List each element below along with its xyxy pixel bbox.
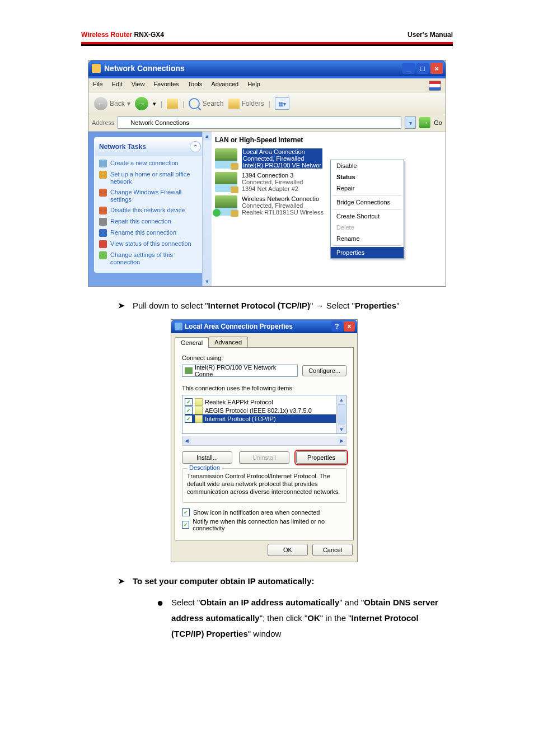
ctx-rename[interactable]: Rename bbox=[331, 233, 404, 244]
task-rename[interactable]: Rename this connection bbox=[99, 227, 201, 239]
items-label: This connection uses the following items… bbox=[182, 385, 346, 391]
ok-button[interactable]: OK bbox=[268, 544, 308, 556]
nic-icon bbox=[175, 323, 182, 330]
menu-favorites[interactable]: Favorites bbox=[153, 81, 179, 91]
install-button[interactable]: Install... bbox=[182, 451, 232, 464]
description-group: Description Transmission Control Protoco… bbox=[182, 468, 346, 503]
ctx-bridge[interactable]: Bridge Connections bbox=[331, 197, 404, 208]
ctx-properties[interactable]: Properties bbox=[331, 247, 404, 258]
ctx-repair[interactable]: Repair bbox=[331, 183, 404, 194]
header-left: Wireless Router RNX-GX4 bbox=[81, 31, 164, 39]
address-bar: Address Network Connections ▾ →Go bbox=[88, 114, 446, 132]
conn-local-area[interactable]: Local Area ConnectionConnected, Firewall… bbox=[215, 148, 442, 169]
scrollbar-v[interactable]: ▲▼ bbox=[202, 132, 212, 286]
checkbox-icon[interactable]: ✓ bbox=[185, 415, 193, 423]
settings-icon bbox=[99, 251, 107, 259]
protocol-icon bbox=[195, 407, 203, 414]
network-icon bbox=[99, 171, 107, 179]
task-firewall[interactable]: Change Windows Firewall settings bbox=[99, 187, 201, 205]
back-arrow-icon: ← bbox=[94, 97, 107, 110]
task-disable[interactable]: Disable this network device bbox=[99, 205, 201, 216]
address-icon bbox=[120, 119, 128, 127]
folder-icon bbox=[228, 99, 240, 109]
windows-flag-icon bbox=[429, 81, 441, 91]
section-header: LAN or High-Speed Internet bbox=[215, 136, 442, 144]
address-dropdown[interactable]: ▾ bbox=[405, 116, 416, 129]
menu-edit[interactable]: Edit bbox=[112, 81, 123, 91]
back-button[interactable]: ←Back ▾ bbox=[94, 97, 130, 110]
uninstall-button: Uninstall bbox=[239, 451, 289, 464]
address-label: Address bbox=[92, 119, 114, 126]
close-button[interactable]: × bbox=[430, 63, 443, 74]
items-listbox[interactable]: ✓Realtek EAPPkt Protocol ✓AEGIS Protocol… bbox=[182, 395, 346, 434]
conn-1394[interactable]: 1394 Connection 3Connected, Firewalled13… bbox=[215, 172, 442, 192]
forward-button[interactable]: → bbox=[135, 97, 148, 110]
arrow-bullet-icon: ➤ bbox=[118, 573, 125, 589]
scrollbar-v[interactable]: ▲▼ bbox=[336, 395, 346, 433]
firewall-icon bbox=[99, 189, 107, 197]
tasks-pane: Network Tasks⌃ Create a new connection S… bbox=[88, 132, 212, 286]
wifi-icon bbox=[215, 195, 237, 216]
rename-icon bbox=[99, 229, 107, 237]
configure-button[interactable]: Configure... bbox=[302, 365, 346, 376]
show-icon-checkbox[interactable]: ✓Show icon in notification area when con… bbox=[182, 508, 346, 516]
protocol-icon bbox=[195, 415, 203, 423]
go-button[interactable]: → bbox=[419, 117, 430, 128]
minimize-button[interactable]: _ bbox=[402, 63, 415, 74]
search-icon bbox=[189, 98, 200, 109]
toolbar: ←Back ▾ → ▾ | | Search Folders | ▦▾ bbox=[88, 93, 446, 114]
search-button[interactable]: Search bbox=[189, 98, 223, 109]
cancel-button[interactable]: Cancel bbox=[312, 544, 353, 556]
dot-bullet-icon: ● bbox=[157, 595, 163, 642]
task-repair[interactable]: Repair this connection bbox=[99, 216, 201, 227]
address-field[interactable]: Network Connections bbox=[118, 116, 401, 129]
header-right: User's Manual bbox=[407, 31, 453, 39]
checkbox-icon[interactable]: ✓ bbox=[185, 407, 193, 414]
menu-help[interactable]: Help bbox=[247, 81, 260, 91]
titlebar: Network Connections _ □ × bbox=[88, 60, 446, 76]
ctx-delete: Delete bbox=[331, 222, 404, 233]
lan-icon bbox=[215, 148, 237, 169]
task-create-connection[interactable]: Create a new connection bbox=[99, 158, 201, 169]
tab-advanced[interactable]: Advanced bbox=[208, 337, 248, 347]
connect-using-label: Connect using: bbox=[182, 354, 346, 361]
notify-checkbox[interactable]: ✓Notify me when this connection has limi… bbox=[182, 518, 346, 531]
task-setup-network[interactable]: Set up a home or small office network bbox=[99, 169, 201, 187]
bullet-1: ➤ Pull down to select "Internet Protocol… bbox=[118, 298, 447, 314]
up-folder-button[interactable] bbox=[167, 99, 178, 109]
conn-wireless[interactable]: Wireless Network ConnectioConnected, Fir… bbox=[215, 195, 442, 216]
close-button[interactable]: × bbox=[344, 321, 355, 332]
scrollbar-h[interactable]: ◀▶ bbox=[182, 436, 346, 446]
tab-general[interactable]: General bbox=[175, 337, 209, 348]
repair-icon bbox=[99, 218, 107, 226]
views-button[interactable]: ▦▾ bbox=[275, 97, 289, 110]
menu-tools[interactable]: Tools bbox=[188, 81, 203, 91]
tasks-header[interactable]: Network Tasks⌃ bbox=[95, 138, 205, 156]
task-settings[interactable]: Change settings of this connection bbox=[99, 250, 201, 268]
menu-view[interactable]: View bbox=[132, 81, 145, 91]
help-button[interactable]: ? bbox=[331, 321, 343, 332]
window-title: Local Area Connection Properties bbox=[185, 323, 293, 330]
wizard-icon bbox=[99, 160, 107, 167]
ctx-disable[interactable]: Disable bbox=[331, 160, 404, 171]
bullet-2: ➤ To set your computer obtain IP automat… bbox=[118, 573, 447, 589]
status-icon bbox=[99, 240, 107, 248]
menu-advanced[interactable]: Advanced bbox=[211, 81, 238, 91]
menu-file[interactable]: File bbox=[93, 81, 103, 91]
ctx-shortcut[interactable]: Create Shortcut bbox=[331, 211, 404, 222]
disable-icon bbox=[99, 207, 107, 214]
screenshot-lan-properties: Local Area Connection Properties ? × Gen… bbox=[171, 319, 358, 562]
divider-black bbox=[81, 44, 453, 46]
checkbox-icon[interactable]: ✓ bbox=[185, 398, 193, 406]
arrow-bullet-icon: ➤ bbox=[118, 298, 125, 314]
adapter-field: Intel(R) PRO/100 VE Network Conne bbox=[182, 365, 298, 377]
maximize-button[interactable]: □ bbox=[416, 63, 429, 74]
folders-button[interactable]: Folders bbox=[228, 99, 264, 109]
properties-button[interactable]: Properties bbox=[296, 451, 346, 464]
screenshot-network-connections: Network Connections _ □ × File Edit View… bbox=[88, 60, 446, 287]
tabstrip: General Advanced bbox=[171, 333, 357, 347]
menubar: File Edit View Favorites Tools Advanced … bbox=[88, 76, 446, 93]
task-status[interactable]: View status of this connection bbox=[99, 239, 201, 250]
collapse-icon[interactable]: ⌃ bbox=[190, 141, 201, 152]
ctx-status[interactable]: Status bbox=[331, 171, 404, 183]
